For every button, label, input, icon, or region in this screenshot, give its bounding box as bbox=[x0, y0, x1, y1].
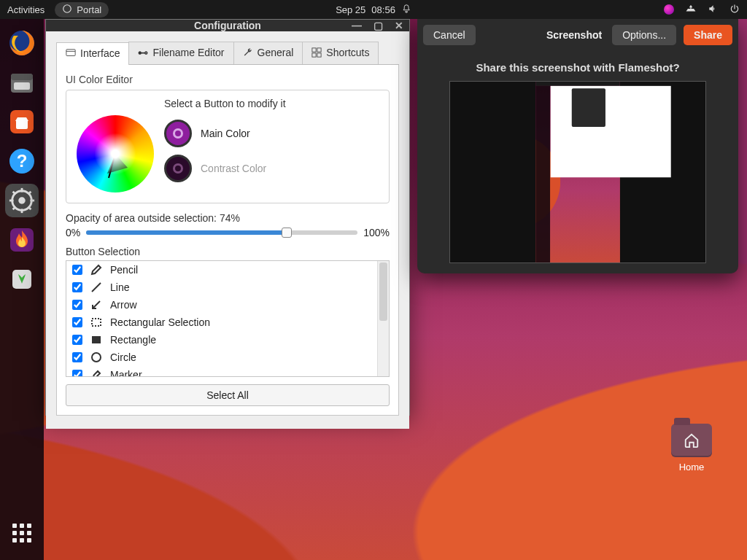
tool-label: Rectangle bbox=[110, 334, 156, 346]
dock-files[interactable] bbox=[5, 66, 39, 99]
dock-settings[interactable] bbox=[5, 184, 39, 217]
dock-firefox[interactable] bbox=[5, 26, 39, 60]
ui-color-editor: Select a Button to modify it Main Color … bbox=[66, 90, 390, 203]
tab-filename-label: Filename Editor bbox=[152, 47, 224, 58]
dock: ? bbox=[0, 19, 44, 560]
tab-general[interactable]: General bbox=[233, 42, 303, 64]
window-minimize-button[interactable]: — bbox=[352, 20, 362, 31]
gnome-topbar: Activities Portal Sep 25 08:56 bbox=[0, 0, 747, 19]
svg-rect-30 bbox=[92, 319, 101, 326]
window-maximize-button[interactable]: ▢ bbox=[374, 20, 383, 31]
options-button[interactable]: Options... bbox=[612, 25, 676, 45]
color-wheel[interactable] bbox=[77, 115, 154, 192]
filename-icon: ⊷ bbox=[138, 47, 148, 58]
svg-line-15 bbox=[28, 207, 31, 210]
svg-rect-24 bbox=[312, 53, 316, 57]
tab-shortcuts-label: Shortcuts bbox=[326, 47, 369, 58]
svg-rect-25 bbox=[317, 53, 321, 57]
configuration-window: Configuration — ▢ ✕ Interface ⊷ Filename… bbox=[45, 19, 410, 416]
tool-icon bbox=[90, 333, 103, 346]
button-list-scrollbar[interactable] bbox=[377, 261, 389, 376]
window-title: Configuration bbox=[194, 20, 261, 31]
button-selection-list: PencilLineArrowRectangular SelectionRect… bbox=[66, 260, 390, 377]
scrollbar-thumb[interactable] bbox=[379, 262, 387, 321]
network-icon[interactable] bbox=[686, 4, 696, 16]
screenshot-thumbnail[interactable] bbox=[449, 81, 706, 263]
share-button[interactable]: Share bbox=[684, 25, 732, 45]
tab-filename-editor[interactable]: ⊷ Filename Editor bbox=[128, 42, 233, 64]
svg-line-14 bbox=[13, 192, 16, 195]
tool-label: Circle bbox=[110, 351, 136, 363]
tool-label: Pencil bbox=[110, 264, 138, 276]
folder-icon bbox=[671, 424, 712, 457]
opacity-slider[interactable] bbox=[86, 230, 357, 235]
tool-item-rectangular-selection[interactable]: Rectangular Selection bbox=[66, 314, 377, 331]
notification-icon bbox=[401, 4, 411, 16]
tool-item-rectangle[interactable]: Rectangle bbox=[66, 331, 377, 349]
svg-point-32 bbox=[92, 353, 101, 362]
button-selection-title: Button Selection bbox=[66, 246, 390, 257]
activities-button[interactable]: Activities bbox=[7, 4, 44, 15]
tool-item-circle[interactable]: Circle bbox=[66, 349, 377, 366]
opacity-slider-thumb[interactable] bbox=[282, 228, 292, 238]
opacity-max: 100% bbox=[363, 227, 390, 238]
tool-icon bbox=[90, 368, 103, 376]
volume-icon[interactable] bbox=[708, 4, 718, 16]
tool-label: Rectangular Selection bbox=[110, 316, 210, 328]
share-panel: Cancel Screenshot Options... Share Share… bbox=[417, 19, 738, 273]
tool-item-marker[interactable]: Marker bbox=[66, 366, 377, 376]
contrast-color-swatch[interactable] bbox=[164, 155, 192, 182]
wrench-icon bbox=[243, 47, 253, 58]
tool-checkbox[interactable] bbox=[72, 282, 82, 292]
tool-checkbox[interactable] bbox=[72, 265, 82, 275]
topbar-time: 08:56 bbox=[371, 4, 395, 15]
tool-label: Line bbox=[110, 281, 129, 293]
dock-show-apps[interactable] bbox=[5, 516, 39, 550]
select-all-button[interactable]: Select All bbox=[66, 384, 390, 406]
tool-icon bbox=[90, 316, 103, 329]
tool-checkbox[interactable] bbox=[72, 300, 82, 310]
dock-flameshot[interactable] bbox=[5, 223, 39, 257]
svg-point-9 bbox=[18, 197, 26, 204]
power-icon[interactable] bbox=[729, 4, 740, 16]
tool-checkbox[interactable] bbox=[72, 317, 82, 327]
tool-item-pencil[interactable]: Pencil bbox=[66, 261, 377, 279]
dock-help[interactable]: ? bbox=[5, 144, 39, 178]
window-titlebar[interactable]: Configuration — ▢ ✕ bbox=[46, 20, 409, 31]
svg-marker-26 bbox=[107, 154, 128, 174]
topbar-date: Sep 25 bbox=[336, 4, 365, 15]
dock-software[interactable] bbox=[5, 105, 39, 139]
tool-item-arrow[interactable]: Arrow bbox=[66, 296, 377, 314]
svg-line-27 bbox=[109, 154, 115, 178]
dock-trash[interactable] bbox=[5, 262, 39, 296]
tool-item-line[interactable]: Line bbox=[66, 279, 377, 296]
tool-icon bbox=[90, 298, 103, 311]
svg-rect-31 bbox=[92, 336, 101, 343]
desktop-home-label: Home bbox=[665, 462, 718, 472]
topbar-clock[interactable]: Sep 25 08:56 bbox=[336, 4, 411, 16]
tool-checkbox[interactable] bbox=[72, 370, 82, 376]
config-tabs: Interface ⊷ Filename Editor General Shor… bbox=[56, 42, 399, 65]
tool-checkbox[interactable] bbox=[72, 352, 82, 362]
apps-grid-icon bbox=[12, 524, 31, 542]
svg-line-17 bbox=[13, 207, 16, 210]
svg-rect-3 bbox=[11, 74, 33, 80]
ui-color-editor-title: UI Color Editor bbox=[66, 74, 390, 85]
window-close-button[interactable]: ✕ bbox=[395, 20, 403, 31]
tool-icon bbox=[90, 263, 103, 276]
screenshot-label[interactable]: Screenshot bbox=[543, 25, 605, 45]
tab-shortcuts[interactable]: Shortcuts bbox=[302, 42, 379, 64]
cancel-button[interactable]: Cancel bbox=[423, 25, 476, 45]
tool-checkbox[interactable] bbox=[72, 335, 82, 345]
svg-line-29 bbox=[93, 301, 100, 308]
tab-interface[interactable]: Interface bbox=[56, 42, 129, 65]
user-avatar-icon[interactable] bbox=[664, 4, 674, 15]
tab-interface-label: Interface bbox=[80, 47, 120, 59]
main-color-swatch[interactable] bbox=[164, 120, 192, 147]
shortcuts-icon bbox=[311, 47, 322, 58]
opacity-label: Opacity of area outside selection: 74% bbox=[66, 212, 390, 224]
svg-rect-23 bbox=[317, 48, 321, 52]
svg-point-0 bbox=[63, 4, 71, 12]
topbar-app-indicator[interactable]: Portal bbox=[55, 2, 109, 18]
desktop-home-icon[interactable]: Home bbox=[665, 424, 718, 472]
